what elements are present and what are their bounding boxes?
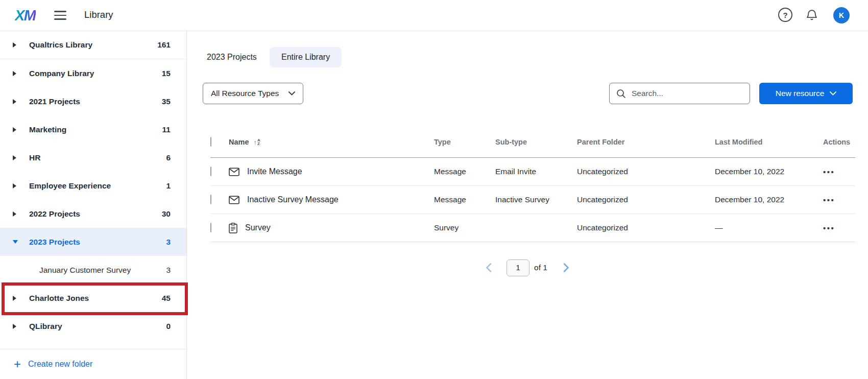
sidebar-item-count: 45 — [162, 294, 186, 303]
create-new-folder-button[interactable]: + Create new folder — [0, 349, 186, 379]
sidebar-item-count: 3 — [166, 238, 186, 247]
resource-parent-folder: Uncategorized — [577, 223, 715, 232]
sidebar-item-marketing[interactable]: Marketing 11 — [0, 115, 186, 144]
search-box — [609, 83, 750, 104]
row-checkbox[interactable] — [210, 167, 211, 176]
resource-name: Invite Message — [247, 167, 302, 176]
expand-arrow-icon[interactable] — [13, 99, 18, 105]
resource-type: Survey — [434, 223, 495, 232]
expand-arrow-icon[interactable] — [13, 183, 18, 189]
expand-arrow-icon[interactable] — [13, 295, 18, 301]
envelope-icon — [229, 196, 239, 204]
sidebar-item-count: 15 — [162, 69, 186, 78]
search-icon — [616, 89, 626, 99]
sidebar-item-label: January Customer Survey — [39, 266, 131, 275]
resource-type: Message — [434, 195, 495, 204]
help-icon[interactable]: ? — [778, 8, 792, 22]
sidebar-item-qualtrics-library[interactable]: Qualtrics Library 161 — [0, 31, 186, 59]
column-header-subtype: Sub-type — [495, 138, 577, 146]
clipboard-survey-icon — [229, 223, 237, 233]
column-header-parent-folder: Parent Folder — [577, 138, 715, 146]
page-count-label: of 1 — [534, 263, 547, 272]
previous-page-icon[interactable] — [482, 261, 495, 274]
sidebar-item-qlibrary[interactable]: QLibrary 0 — [0, 312, 186, 340]
table-row[interactable]: Invite Message Message Email Invite Unca… — [210, 158, 855, 186]
sidebar-item-label: 2022 Projects — [29, 209, 80, 219]
resources-table: Name ↑ AZ Type Sub-type Parent Folder La… — [210, 127, 855, 242]
new-resource-button[interactable]: New resource — [759, 83, 853, 104]
resource-type-filter-dropdown[interactable]: All Resource Types — [203, 83, 303, 104]
sidebar-item-label: QLibrary — [29, 322, 62, 331]
table-row[interactable]: Survey Survey Uncategorized — ••• — [210, 214, 855, 242]
table-row[interactable]: Inactive Survey Message Message Inactive… — [210, 186, 855, 214]
page-number-input[interactable]: 1 — [507, 259, 529, 276]
sidebar-item-count: 3 — [166, 266, 186, 275]
column-header-last-modified: Last Modified — [715, 138, 817, 146]
resource-last-modified: — — [715, 223, 817, 232]
sidebar-item-label: Employee Experience — [29, 181, 111, 191]
new-resource-label: New resource — [776, 89, 825, 98]
row-checkbox[interactable] — [210, 195, 211, 204]
next-page-icon[interactable] — [560, 261, 573, 274]
sidebar-item-label: Qualtrics Library — [29, 40, 92, 50]
column-header-actions: Actions — [817, 138, 855, 146]
sidebar-item-employee-experience[interactable]: Employee Experience 1 — [0, 172, 186, 200]
tab-2023-projects[interactable]: 2023 Projects — [207, 47, 257, 67]
resource-parent-folder: Uncategorized — [577, 195, 715, 204]
resource-type-filter-label: All Resource Types — [211, 89, 279, 98]
expand-arrow-icon[interactable] — [13, 155, 18, 161]
sidebar-item-label: Marketing — [29, 125, 66, 134]
column-header-type: Type — [434, 138, 495, 146]
sidebar-item-count: 11 — [162, 125, 186, 134]
expand-arrow-icon[interactable] — [13, 42, 18, 48]
envelope-icon — [229, 168, 239, 176]
expand-arrow-icon[interactable] — [13, 211, 18, 217]
sidebar-item-2022-projects[interactable]: 2022 Projects 30 — [0, 200, 186, 228]
create-new-folder-label: Create new folder — [28, 360, 92, 369]
row-actions-menu-icon[interactable]: ••• — [817, 168, 855, 176]
resource-name: Inactive Survey Message — [247, 195, 339, 204]
library-page: XM Library ? K Qualtrics Library 161 Com… — [0, 0, 868, 379]
sidebar-item-count: 35 — [162, 97, 186, 106]
resource-last-modified: December 10, 2022 — [715, 195, 817, 204]
resource-name: Survey — [245, 223, 271, 232]
sidebar-item-2021-projects[interactable]: 2021 Projects 35 — [0, 87, 186, 115]
tab-entire-library-active[interactable]: Entire Library — [270, 47, 342, 67]
row-checkbox[interactable] — [210, 223, 211, 232]
notifications-bell-icon[interactable] — [805, 8, 819, 22]
sort-az-icon[interactable]: ↑ AZ — [254, 138, 260, 146]
select-all-checkbox[interactable] — [210, 137, 211, 147]
pagination: 1 of 1 — [187, 259, 868, 276]
resource-type: Message — [434, 167, 495, 176]
sidebar-item-charlotte-jones[interactable]: Charlotte Jones 45 — [0, 284, 186, 312]
sidebar-item-count: 6 — [166, 153, 186, 162]
chevron-down-icon — [830, 91, 836, 96]
search-input[interactable] — [632, 89, 743, 98]
sidebar-item-count: 1 — [166, 181, 186, 191]
row-actions-menu-icon[interactable]: ••• — [817, 196, 855, 204]
folder-sidebar: Qualtrics Library 161 Company Library 15… — [0, 31, 187, 379]
column-header-name: Name — [229, 138, 249, 146]
sidebar-item-hr[interactable]: HR 6 — [0, 144, 186, 172]
collapse-arrow-icon[interactable] — [13, 239, 18, 245]
sidebar-item-2023-projects-selected[interactable]: 2023 Projects 3 — [0, 228, 186, 256]
resource-subtype: Inactive Survey — [495, 195, 577, 204]
expand-arrow-icon[interactable] — [13, 70, 18, 77]
chevron-down-icon — [288, 91, 295, 96]
expand-arrow-icon[interactable] — [13, 127, 18, 133]
row-actions-menu-icon[interactable]: ••• — [817, 224, 855, 232]
sidebar-item-count: 161 — [157, 40, 186, 50]
sidebar-item-label: Company Library — [29, 69, 94, 78]
resource-parent-folder: Uncategorized — [577, 167, 715, 176]
expand-arrow-icon[interactable] — [13, 323, 18, 329]
main-content: 2023 Projects Entire Library All Resourc… — [187, 31, 868, 379]
sidebar-item-company-library[interactable]: Company Library 15 — [0, 59, 186, 87]
hamburger-menu-icon[interactable] — [54, 10, 67, 21]
resource-subtype: Email Invite — [495, 167, 577, 176]
plus-icon: + — [14, 359, 21, 369]
sidebar-item-count: 30 — [162, 209, 186, 219]
sidebar-item-january-customer-survey[interactable]: January Customer Survey 3 — [0, 256, 186, 284]
page-title: Library — [84, 9, 113, 20]
table-header-row: Name ↑ AZ Type Sub-type Parent Folder La… — [210, 127, 855, 158]
user-avatar[interactable]: K — [833, 7, 850, 23]
